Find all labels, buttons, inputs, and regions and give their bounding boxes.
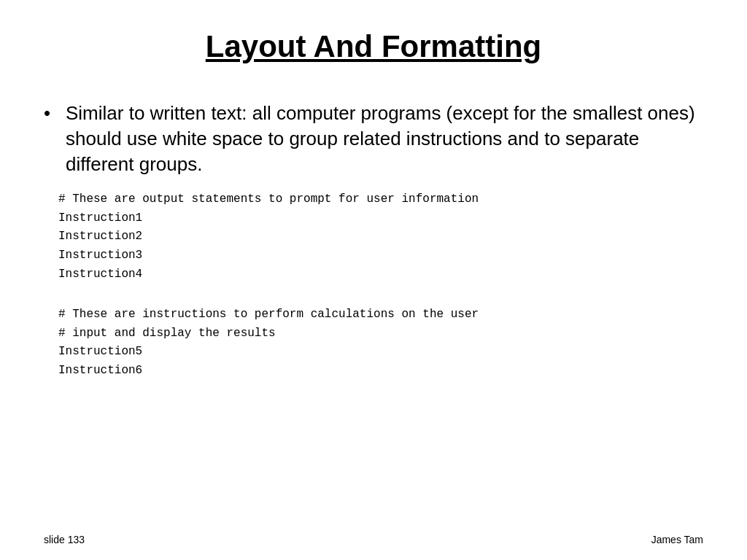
code-line: Instruction5 xyxy=(58,343,703,362)
code-block-1: # These are output statements to prompt … xyxy=(58,190,703,284)
code-block-2: # These are instructions to perform calc… xyxy=(58,306,703,380)
bullet-section: Similar to written text: all computer pr… xyxy=(44,101,703,381)
slide-title: Layout And Formatting xyxy=(44,29,703,64)
code-line: # These are instructions to perform calc… xyxy=(58,306,703,324)
code-line: Instruction3 xyxy=(58,246,703,265)
bullet-text: Similar to written text: all computer pr… xyxy=(66,102,695,175)
code-line: Instruction1 xyxy=(58,209,703,228)
code-line: # input and display the results xyxy=(58,324,703,343)
code-line: Instruction2 xyxy=(58,228,703,246)
code-line: # These are output statements to prompt … xyxy=(58,190,703,209)
author-name: James Tam xyxy=(651,534,703,545)
code-line: Instruction6 xyxy=(58,362,703,381)
slide-number: slide 133 xyxy=(44,534,85,545)
bullet-point: Similar to written text: all computer pr… xyxy=(44,101,703,177)
slide-container: Layout And Formatting Similar to written… xyxy=(0,0,747,560)
code-line: Instruction4 xyxy=(58,265,703,284)
